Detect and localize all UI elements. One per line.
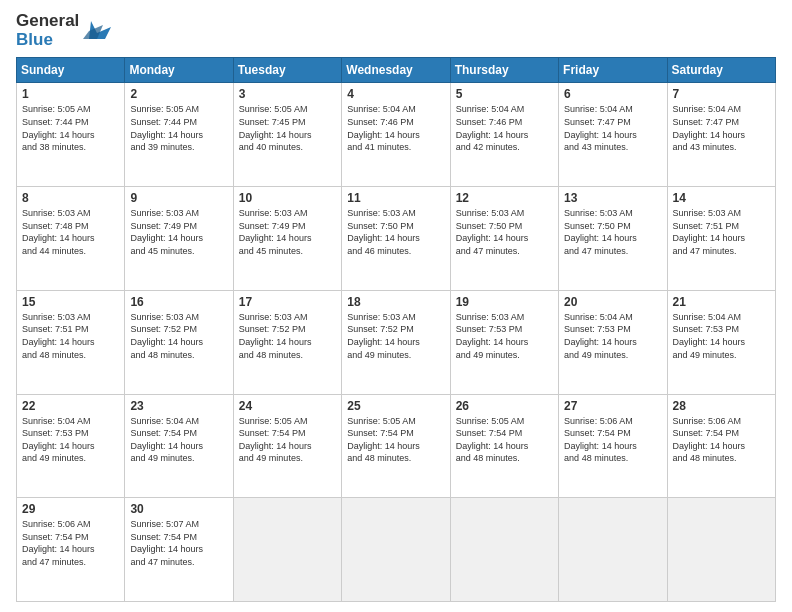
day-cell: 7Sunrise: 5:04 AM Sunset: 7:47 PM Daylig… (667, 83, 775, 187)
day-info: Sunrise: 5:06 AM Sunset: 7:54 PM Dayligh… (564, 415, 661, 465)
day-info: Sunrise: 5:05 AM Sunset: 7:54 PM Dayligh… (239, 415, 336, 465)
day-cell: 16Sunrise: 5:03 AM Sunset: 7:52 PM Dayli… (125, 290, 233, 394)
calendar-page: General Blue Sunday Monday Tuesday Wedne… (0, 0, 792, 612)
day-info: Sunrise: 5:04 AM Sunset: 7:53 PM Dayligh… (564, 311, 661, 361)
day-info: Sunrise: 5:03 AM Sunset: 7:49 PM Dayligh… (239, 207, 336, 257)
day-number: 11 (347, 191, 444, 205)
day-number: 9 (130, 191, 227, 205)
day-number: 17 (239, 295, 336, 309)
calendar-table: Sunday Monday Tuesday Wednesday Thursday… (16, 57, 776, 602)
day-cell: 1Sunrise: 5:05 AM Sunset: 7:44 PM Daylig… (17, 83, 125, 187)
day-number: 20 (564, 295, 661, 309)
day-cell: 17Sunrise: 5:03 AM Sunset: 7:52 PM Dayli… (233, 290, 341, 394)
day-cell: 13Sunrise: 5:03 AM Sunset: 7:50 PM Dayli… (559, 187, 667, 291)
day-number: 19 (456, 295, 553, 309)
day-cell: 28Sunrise: 5:06 AM Sunset: 7:54 PM Dayli… (667, 394, 775, 498)
day-info: Sunrise: 5:03 AM Sunset: 7:52 PM Dayligh… (239, 311, 336, 361)
day-number: 22 (22, 399, 119, 413)
day-info: Sunrise: 5:05 AM Sunset: 7:54 PM Dayligh… (456, 415, 553, 465)
day-info: Sunrise: 5:03 AM Sunset: 7:51 PM Dayligh… (22, 311, 119, 361)
day-info: Sunrise: 5:03 AM Sunset: 7:52 PM Dayligh… (130, 311, 227, 361)
day-info: Sunrise: 5:04 AM Sunset: 7:47 PM Dayligh… (564, 103, 661, 153)
day-cell: 26Sunrise: 5:05 AM Sunset: 7:54 PM Dayli… (450, 394, 558, 498)
col-saturday: Saturday (667, 58, 775, 83)
day-number: 21 (673, 295, 770, 309)
day-cell: 9Sunrise: 5:03 AM Sunset: 7:49 PM Daylig… (125, 187, 233, 291)
day-info: Sunrise: 5:05 AM Sunset: 7:54 PM Dayligh… (347, 415, 444, 465)
col-thursday: Thursday (450, 58, 558, 83)
col-monday: Monday (125, 58, 233, 83)
logo-general: General (16, 12, 79, 31)
day-number: 5 (456, 87, 553, 101)
day-number: 8 (22, 191, 119, 205)
day-number: 6 (564, 87, 661, 101)
day-cell: 15Sunrise: 5:03 AM Sunset: 7:51 PM Dayli… (17, 290, 125, 394)
day-number: 7 (673, 87, 770, 101)
day-info: Sunrise: 5:03 AM Sunset: 7:50 PM Dayligh… (564, 207, 661, 257)
day-info: Sunrise: 5:03 AM Sunset: 7:53 PM Dayligh… (456, 311, 553, 361)
day-cell: 12Sunrise: 5:03 AM Sunset: 7:50 PM Dayli… (450, 187, 558, 291)
week-row-5: 29Sunrise: 5:06 AM Sunset: 7:54 PM Dayli… (17, 498, 776, 602)
day-cell: 2Sunrise: 5:05 AM Sunset: 7:44 PM Daylig… (125, 83, 233, 187)
day-info: Sunrise: 5:04 AM Sunset: 7:53 PM Dayligh… (22, 415, 119, 465)
day-cell: 19Sunrise: 5:03 AM Sunset: 7:53 PM Dayli… (450, 290, 558, 394)
col-friday: Friday (559, 58, 667, 83)
logo-blue: Blue (16, 31, 79, 50)
day-cell (342, 498, 450, 602)
day-info: Sunrise: 5:04 AM Sunset: 7:46 PM Dayligh… (456, 103, 553, 153)
day-info: Sunrise: 5:03 AM Sunset: 7:48 PM Dayligh… (22, 207, 119, 257)
logo: General Blue (16, 12, 111, 49)
day-cell: 21Sunrise: 5:04 AM Sunset: 7:53 PM Dayli… (667, 290, 775, 394)
day-cell: 4Sunrise: 5:04 AM Sunset: 7:46 PM Daylig… (342, 83, 450, 187)
day-info: Sunrise: 5:05 AM Sunset: 7:44 PM Dayligh… (130, 103, 227, 153)
day-cell: 25Sunrise: 5:05 AM Sunset: 7:54 PM Dayli… (342, 394, 450, 498)
day-info: Sunrise: 5:05 AM Sunset: 7:44 PM Dayligh… (22, 103, 119, 153)
week-row-2: 8Sunrise: 5:03 AM Sunset: 7:48 PM Daylig… (17, 187, 776, 291)
day-cell: 6Sunrise: 5:04 AM Sunset: 7:47 PM Daylig… (559, 83, 667, 187)
day-number: 15 (22, 295, 119, 309)
day-cell: 10Sunrise: 5:03 AM Sunset: 7:49 PM Dayli… (233, 187, 341, 291)
day-info: Sunrise: 5:03 AM Sunset: 7:52 PM Dayligh… (347, 311, 444, 361)
day-info: Sunrise: 5:05 AM Sunset: 7:45 PM Dayligh… (239, 103, 336, 153)
day-info: Sunrise: 5:03 AM Sunset: 7:51 PM Dayligh… (673, 207, 770, 257)
day-number: 12 (456, 191, 553, 205)
day-cell: 30Sunrise: 5:07 AM Sunset: 7:54 PM Dayli… (125, 498, 233, 602)
day-cell: 14Sunrise: 5:03 AM Sunset: 7:51 PM Dayli… (667, 187, 775, 291)
day-cell: 29Sunrise: 5:06 AM Sunset: 7:54 PM Dayli… (17, 498, 125, 602)
day-number: 27 (564, 399, 661, 413)
col-sunday: Sunday (17, 58, 125, 83)
day-info: Sunrise: 5:03 AM Sunset: 7:50 PM Dayligh… (456, 207, 553, 257)
week-row-3: 15Sunrise: 5:03 AM Sunset: 7:51 PM Dayli… (17, 290, 776, 394)
day-number: 28 (673, 399, 770, 413)
week-row-1: 1Sunrise: 5:05 AM Sunset: 7:44 PM Daylig… (17, 83, 776, 187)
day-info: Sunrise: 5:03 AM Sunset: 7:49 PM Dayligh… (130, 207, 227, 257)
col-wednesday: Wednesday (342, 58, 450, 83)
day-cell: 11Sunrise: 5:03 AM Sunset: 7:50 PM Dayli… (342, 187, 450, 291)
day-info: Sunrise: 5:04 AM Sunset: 7:46 PM Dayligh… (347, 103, 444, 153)
day-cell: 23Sunrise: 5:04 AM Sunset: 7:54 PM Dayli… (125, 394, 233, 498)
week-row-4: 22Sunrise: 5:04 AM Sunset: 7:53 PM Dayli… (17, 394, 776, 498)
day-number: 25 (347, 399, 444, 413)
day-number: 18 (347, 295, 444, 309)
day-number: 14 (673, 191, 770, 205)
day-cell: 8Sunrise: 5:03 AM Sunset: 7:48 PM Daylig… (17, 187, 125, 291)
day-info: Sunrise: 5:03 AM Sunset: 7:50 PM Dayligh… (347, 207, 444, 257)
day-cell (667, 498, 775, 602)
day-number: 24 (239, 399, 336, 413)
day-number: 1 (22, 87, 119, 101)
day-number: 10 (239, 191, 336, 205)
day-number: 13 (564, 191, 661, 205)
day-number: 3 (239, 87, 336, 101)
header: General Blue (16, 12, 776, 49)
day-cell: 18Sunrise: 5:03 AM Sunset: 7:52 PM Dayli… (342, 290, 450, 394)
day-info: Sunrise: 5:06 AM Sunset: 7:54 PM Dayligh… (673, 415, 770, 465)
day-cell: 20Sunrise: 5:04 AM Sunset: 7:53 PM Dayli… (559, 290, 667, 394)
col-tuesday: Tuesday (233, 58, 341, 83)
day-cell: 22Sunrise: 5:04 AM Sunset: 7:53 PM Dayli… (17, 394, 125, 498)
day-info: Sunrise: 5:06 AM Sunset: 7:54 PM Dayligh… (22, 518, 119, 568)
day-cell (450, 498, 558, 602)
day-number: 26 (456, 399, 553, 413)
day-number: 4 (347, 87, 444, 101)
day-cell (559, 498, 667, 602)
day-info: Sunrise: 5:04 AM Sunset: 7:54 PM Dayligh… (130, 415, 227, 465)
